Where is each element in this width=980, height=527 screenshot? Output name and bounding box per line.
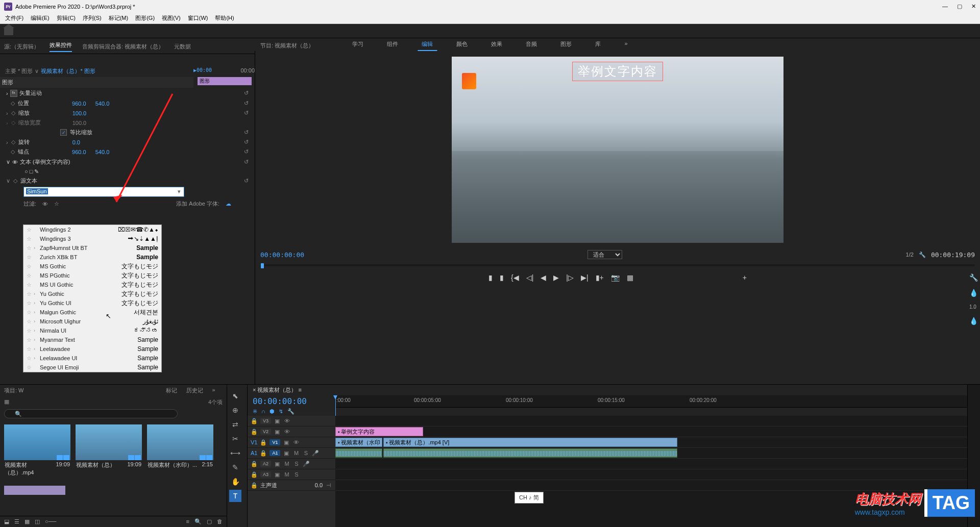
tab-history[interactable]: 历史记 [186,387,203,394]
menu-file[interactable]: 文件(F) [2,13,27,23]
program-scrubber[interactable] [260,264,975,266]
lane-v3[interactable] [335,416,967,426]
selection-tool[interactable]: ⬉ [229,390,241,402]
step-fwd-button[interactable]: ▶| [581,273,589,282]
star-icon[interactable]: ☆ [27,364,34,371]
go-out-button[interactable]: ▮+ [596,273,604,282]
tab-source[interactable]: 源:（无剪辑） [4,43,39,51]
keyframe-icon[interactable]: ◇ [11,100,15,107]
menu-view[interactable]: 视图(V) [159,13,184,23]
star-icon[interactable]: ☆ [27,272,34,279]
reset-icon[interactable]: ↺ [244,129,249,136]
scale-value[interactable]: 100.0 [72,110,87,116]
star-icon[interactable]: ☆ [27,318,34,325]
menu-clip[interactable]: 剪辑(C) [54,13,79,23]
star-icon[interactable]: ☆ [27,236,34,242]
ripple-tool[interactable]: ⇄ [229,418,241,431]
eye-icon[interactable]: 👁 [283,418,290,424]
font-option[interactable]: ☆ Segoe UI Emoji Sample [23,363,161,372]
timeline-timecode[interactable]: 00:00:00:00 [248,395,335,407]
output-icon[interactable]: ▣ [274,418,281,424]
icon-view-icon[interactable]: ▦ [24,518,30,525]
search-input[interactable] [4,409,178,418]
play-button[interactable]: ▶ [553,273,559,282]
equal-scale-checkbox[interactable]: ✓ [60,129,67,136]
font-option[interactable]: ☆ › Leelawadee Sample [23,344,161,354]
tab-effect-controls[interactable]: 效果控件 [50,41,72,52]
reset-icon[interactable]: ↺ [244,100,249,107]
program-timecode[interactable]: 00:00:00:00 [260,251,304,259]
track-v3[interactable]: V3 [260,418,271,424]
trash-icon[interactable]: 🗑 [217,518,223,525]
close-button[interactable]: ✕ [971,3,976,10]
go-in-button[interactable]: {◀ [511,273,519,282]
list-view-icon[interactable]: ☰ [14,518,19,525]
lane-v2[interactable]: ▪ 举例文字内容 [335,426,967,437]
menu-marker[interactable]: 标记(M) [106,13,132,23]
mini-clip[interactable]: 图形 [198,77,252,85]
font-select-input[interactable]: SimSun ▾ [23,187,184,197]
star-icon[interactable]: ☆ [27,245,34,252]
bin-item[interactable]: 视频素材（总）.mp419:09 [4,424,70,478]
anchor-y[interactable]: 540.0 [95,149,110,155]
program-monitor[interactable]: 举例文字内容 [452,57,783,243]
link-icon[interactable]: ∩ [261,408,265,415]
tab-audio-mixer[interactable]: 音频剪辑混合器: 视频素材（总） [82,43,164,51]
wrench-icon[interactable]: 🔧 [969,273,978,282]
new-item-icon[interactable]: ▢ [207,518,212,525]
star-icon[interactable]: ☆ [27,355,34,362]
pen-tool[interactable]: ✎ [229,461,241,473]
reset-icon[interactable]: ↺ [244,90,249,96]
safe-margins-icon[interactable]: ▦ [627,273,633,282]
font-option[interactable]: ☆ Wingdings 2 ⌧☒✉☎✆▲⬥ [23,225,161,234]
eye-icon[interactable]: 👁 [283,429,290,435]
video-clip-1[interactable]: ▪ 视频素材（水印 [335,438,382,447]
menu-sequence[interactable]: 序列(S) [80,13,105,23]
star-icon[interactable]: ☆ [27,309,34,316]
razor-tool[interactable]: ✂ [229,433,241,445]
timeline-ruler[interactable]: :00:00 00:00:05:00 00:00:10:00 00:00:15:… [335,395,967,408]
audio-clip-1[interactable] [335,448,382,458]
mark-in-button[interactable]: ▮ [488,273,493,282]
prev-frame-button[interactable]: ◀ [541,273,546,282]
track-a3[interactable]: A3 [260,471,271,478]
star-icon[interactable]: ☆ [27,227,34,233]
track-v1[interactable]: V1 [270,439,280,445]
star-icon[interactable]: ☆ [27,291,34,297]
font-option[interactable]: ☆ › Microsoft Uighur ئۇيغۇر [23,317,161,326]
font-option[interactable]: ☆ Zurich XBlk BT Sample [23,253,161,262]
tab-metadata[interactable]: 元数据 [174,43,191,51]
chevron-down-icon[interactable]: ▾ [176,188,183,195]
text-section[interactable]: 文本 (举例文字内容) [20,158,70,166]
star-icon[interactable]: ☆ [27,300,34,307]
lock-icon[interactable]: 🔒 [251,418,258,424]
eye-icon[interactable]: 👁 [12,159,18,165]
bin-icon[interactable]: ▦ [4,398,9,406]
find-icon[interactable]: 🔍 [194,518,202,525]
star-icon[interactable]: ☆ [27,263,34,270]
bin-item[interactable]: 视频素材（总）19:09 [76,424,142,478]
font-option[interactable]: ☆ › Yu Gothic 文字もじモジ [23,289,161,298]
font-option[interactable]: ☆ › Myanmar Text Sample [23,335,161,344]
vector-motion[interactable]: 矢量运动 [19,89,42,97]
track-a1[interactable]: A1 [270,450,280,456]
font-option[interactable]: ☆ MS UI Gothic 文字もじモジ [23,280,161,289]
reset-icon[interactable]: ↺ [244,148,249,155]
snap-icon[interactable]: ※ [253,408,257,415]
menu-edit[interactable]: 编辑(E) [28,13,53,23]
wrench-icon[interactable]: 🔧 [287,408,295,415]
minimize-button[interactable]: — [942,3,948,10]
lane-v1[interactable]: ▪ 视频素材（水印 ▪ 视频素材（总）.mp4 [V] [335,437,967,448]
shape-tools[interactable]: ○ □ ✎ [24,168,39,175]
audio-clip-2[interactable] [383,448,677,458]
rotation-value[interactable]: 0.0 [72,139,80,145]
font-option[interactable]: ☆ Wingdings 3 ⮕↘⇣▲▲Ị [23,234,161,243]
fx-icon[interactable]: fx [10,90,17,97]
zoom-select[interactable]: 适合 [587,250,622,259]
filter-star-icon[interactable]: ☆ [54,200,59,207]
track-v2[interactable]: V2 [260,429,271,435]
bin-item[interactable]: 视频素材（水印）...2:15 [147,424,213,478]
menu-help[interactable]: 帮助(H) [212,13,237,23]
marker-icon[interactable]: ⬢ [270,408,275,415]
home-icon[interactable] [4,27,13,35]
